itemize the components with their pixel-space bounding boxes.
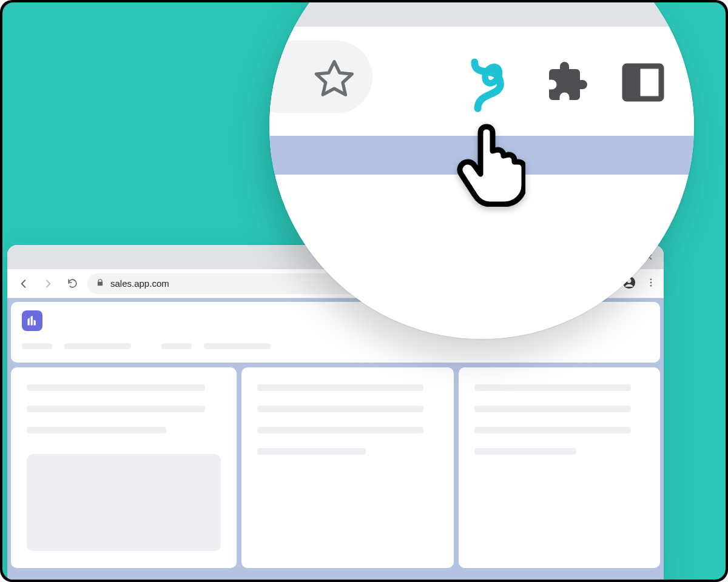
zoom-sidepanel-icon[interactable] (621, 62, 665, 105)
url-text: sales.app.com (110, 278, 169, 289)
kebab-menu-icon[interactable] (645, 277, 656, 290)
back-button[interactable] (15, 275, 33, 293)
content-panels (11, 367, 660, 568)
forward-button[interactable] (39, 275, 57, 293)
zoom-evo-extension-icon[interactable] (465, 56, 513, 116)
svg-point-9 (650, 278, 652, 280)
page-content (7, 298, 664, 580)
lock-icon (96, 278, 104, 289)
zoom-extensions-icon[interactable] (545, 60, 589, 106)
zoom-star-icon[interactable] (312, 57, 357, 104)
zoom-tabstrip (269, 2, 694, 27)
breadcrumb-skeleton (22, 343, 649, 349)
svg-rect-14 (625, 66, 641, 99)
illustration-stage: sales.app.com (0, 0, 728, 582)
svg-point-11 (650, 284, 652, 286)
panel-left (11, 367, 237, 568)
app-logo (22, 310, 42, 331)
zoom-content-bluebar (269, 136, 694, 175)
panel-middle (241, 367, 454, 568)
svg-point-10 (650, 281, 652, 283)
teal-background: sales.app.com (2, 2, 726, 580)
panel-right (459, 367, 660, 568)
reload-button[interactable] (63, 275, 81, 293)
